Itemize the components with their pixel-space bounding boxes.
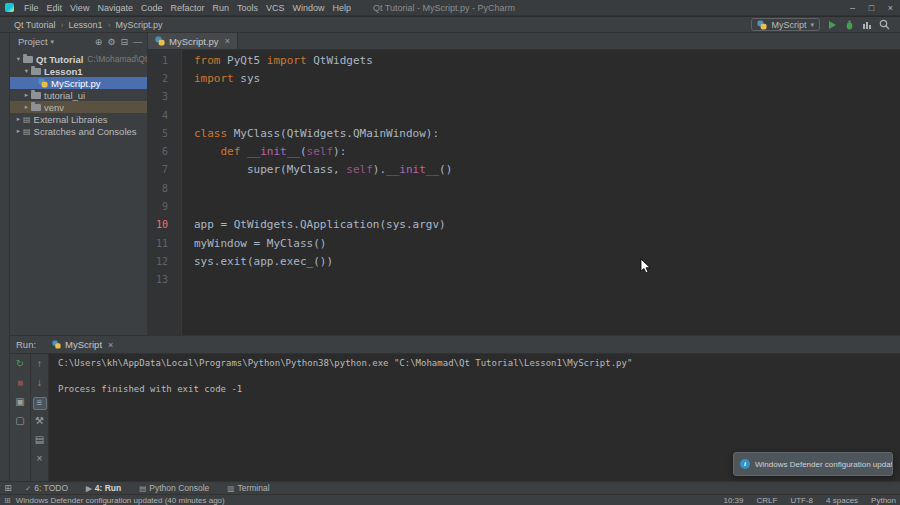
restore-layout-icon[interactable]: ▣ — [13, 397, 27, 410]
code-line[interactable]: 11 myWindow = MyClass() — [148, 234, 900, 252]
minimize-button[interactable]: – — [843, 3, 862, 13]
editor-tab-myscript[interactable]: MyScript.py × — [148, 33, 238, 49]
menu-edit[interactable]: Edit — [43, 3, 67, 13]
tree-item-lesson1[interactable]: ▾ Lesson1 — [10, 65, 147, 77]
tree-item-tutorial-ui[interactable]: ▸ tutorial_ui — [10, 89, 147, 101]
line-number[interactable]: 2 — [148, 73, 168, 84]
clear-console-icon[interactable]: × — [33, 454, 47, 467]
code-editor[interactable]: 1 from PyQt5 import QtWidgets 2 import s… — [148, 50, 900, 335]
toolwindow-terminal[interactable]: ▥ Terminal — [218, 482, 278, 494]
line-number[interactable]: 9 — [148, 201, 168, 212]
toolwindow-python-console[interactable]: ▤ Python Console — [130, 482, 218, 494]
scroll-down-icon[interactable]: ↓ — [33, 378, 47, 391]
code-line[interactable]: 7 super(MyClass, self).__init__() — [148, 161, 900, 179]
gear-icon[interactable]: ⚙ — [107, 37, 115, 47]
hide-panel-icon[interactable]: ― — [133, 37, 142, 47]
line-number[interactable]: 3 — [148, 91, 168, 102]
stop-icon[interactable]: ■ — [13, 378, 27, 391]
close-button[interactable]: × — [881, 3, 900, 13]
tree-item-venv[interactable]: ▸ venv — [10, 101, 147, 113]
code-line[interactable]: 5 class MyClass(QtWidgets.QMainWindow): — [148, 124, 900, 142]
line-number[interactable]: 8 — [148, 183, 168, 194]
menu-run[interactable]: Run — [208, 3, 233, 13]
code-line[interactable]: 1 from PyQt5 import QtWidgets — [148, 51, 900, 69]
menu-window[interactable]: Window — [289, 3, 329, 13]
maximize-button[interactable]: □ — [862, 3, 881, 13]
status-message[interactable]: Windows Defender configuration updated (… — [16, 496, 225, 505]
line-number[interactable]: 4 — [148, 110, 168, 121]
menu-vcs[interactable]: VCS — [262, 3, 289, 13]
code-line[interactable]: 6 def __init__(self): — [148, 142, 900, 160]
close-icon[interactable]: × — [108, 340, 113, 350]
tree-item-qt-tutorial[interactable]: ▾ Qt Tutorial C:\Mohamad\Qt Tutorial — [10, 53, 147, 65]
python-file-icon — [38, 78, 48, 88]
menu-view[interactable]: View — [66, 3, 93, 13]
code-line[interactable]: 10 app = QtWidgets.QApplication(sys.argv… — [148, 216, 900, 234]
encoding-widget[interactable]: UTF-8 — [790, 496, 813, 505]
menu-navigate[interactable]: Navigate — [93, 3, 137, 13]
tree-item-label: tutorial_ui — [44, 90, 85, 101]
scroll-up-icon[interactable]: ↑ — [33, 359, 47, 372]
tool-windows-icon[interactable]: ⊞ — [0, 483, 16, 493]
collapse-all-icon[interactable]: ⊟ — [120, 37, 128, 47]
line-number[interactable]: 5 — [148, 128, 168, 139]
chevron-collapsed-icon[interactable]: ▸ — [22, 91, 31, 99]
line-number[interactable]: 6 — [148, 146, 168, 157]
run-tab-myscript[interactable]: MyScript × — [44, 336, 121, 353]
debug-button[interactable] — [844, 20, 855, 30]
close-icon[interactable]: × — [225, 36, 230, 46]
interpreter-widget[interactable]: Python — [871, 496, 896, 505]
code-line[interactable]: 9 — [148, 197, 900, 215]
chevron-down-icon[interactable]: ▾ — [51, 38, 55, 46]
breadcrumb-project[interactable]: Qt Tutorial — [14, 20, 56, 30]
toolwindow-todo[interactable]: ✓ 6: TODO — [16, 482, 77, 494]
notification-balloon[interactable]: i Windows Defender configuration updated — [733, 452, 893, 476]
chevron-expanded-icon[interactable]: ▾ — [14, 55, 23, 63]
print-icon[interactable]: ▤ — [33, 435, 47, 448]
folder-icon — [23, 56, 33, 63]
chevron-collapsed-icon[interactable]: ▸ — [14, 127, 23, 135]
tree-item-myscript-py[interactable]: MyScript.py — [10, 77, 147, 89]
line-number[interactable]: 13 — [148, 274, 168, 285]
line-number-current[interactable]: 10 — [148, 219, 168, 230]
line-number[interactable]: 1 — [148, 55, 168, 66]
coverage-button[interactable] — [862, 20, 872, 30]
locate-file-icon[interactable]: ⊕ — [95, 37, 103, 47]
chevron-right-icon: › — [61, 20, 64, 30]
pin-icon[interactable]: ▢ — [13, 416, 27, 429]
code-line[interactable]: 3 — [148, 88, 900, 106]
rerun-icon[interactable]: ↻ — [13, 359, 27, 372]
code-line[interactable]: 4 — [148, 106, 900, 124]
chevron-collapsed-icon[interactable]: ▸ — [22, 103, 31, 111]
search-everywhere-icon[interactable] — [879, 19, 890, 30]
run-configuration-select[interactable]: MyScript ▾ — [751, 18, 820, 31]
toolwindow-run[interactable]: ▶ 4: Run — [77, 482, 130, 494]
menu-file[interactable]: File — [20, 3, 43, 13]
line-number[interactable]: 7 — [148, 164, 168, 175]
menu-help[interactable]: Help — [329, 3, 356, 13]
tool-windows-icon[interactable]: ⊞ — [4, 496, 11, 505]
soft-wrap-icon[interactable]: ≡ — [33, 397, 47, 410]
menu-refactor[interactable]: Refactor — [166, 3, 208, 13]
run-button[interactable] — [827, 20, 837, 30]
breadcrumb-folder[interactable]: Lesson1 — [69, 20, 103, 30]
line-number[interactable]: 11 — [148, 238, 168, 249]
menu-tools[interactable]: Tools — [233, 3, 262, 13]
code-line[interactable]: 2 import sys — [148, 69, 900, 87]
tree-item-external-libraries[interactable]: ▸ ▤ External Libraries — [10, 113, 147, 125]
chevron-collapsed-icon[interactable]: ▸ — [14, 115, 23, 123]
breadcrumb-file[interactable]: MyScript.py — [116, 20, 163, 30]
line-number[interactable]: 12 — [148, 256, 168, 267]
line-separator-widget[interactable]: CRLF — [757, 496, 778, 505]
chevron-expanded-icon[interactable]: ▾ — [22, 67, 31, 75]
tree-item-label: Scratches and Consoles — [34, 126, 137, 137]
code-line[interactable]: 8 — [148, 179, 900, 197]
menu-code[interactable]: Code — [137, 3, 167, 13]
code-area[interactable]: 1 from PyQt5 import QtWidgets 2 import s… — [148, 51, 900, 289]
project-panel-title[interactable]: Project — [18, 36, 48, 47]
code-line[interactable]: 12 sys.exit(app.exec_()) — [148, 252, 900, 270]
indent-widget[interactable]: 4 spaces — [826, 496, 858, 505]
code-line[interactable]: 13 — [148, 271, 900, 289]
settings-icon[interactable]: ⚒ — [33, 416, 47, 429]
tree-item-scratches[interactable]: ▸ ▤ Scratches and Consoles — [10, 125, 147, 137]
